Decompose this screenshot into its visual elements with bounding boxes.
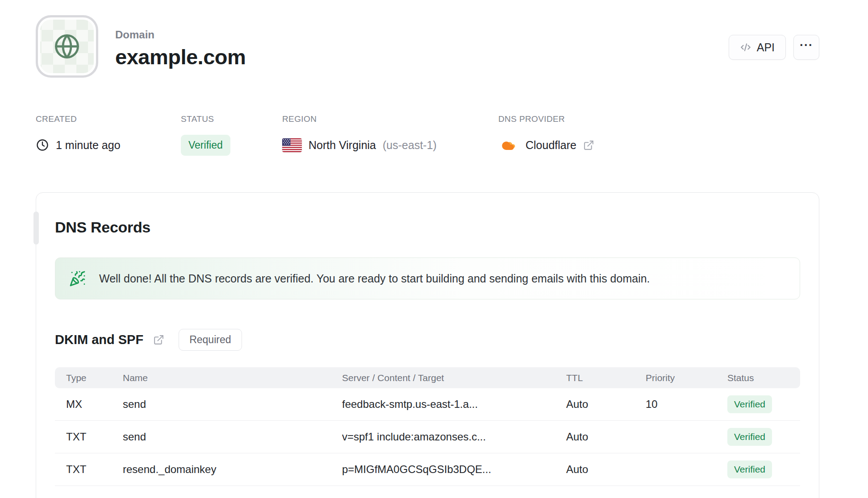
dns-provider-label: DNS PROVIDER bbox=[498, 114, 594, 124]
dns-table: Type Name Server / Content / Target TTL … bbox=[55, 367, 800, 486]
record-type: TXT bbox=[66, 463, 123, 476]
page-eyebrow: Domain bbox=[115, 29, 246, 41]
record-ttl: Auto bbox=[566, 431, 646, 443]
col-type: Type bbox=[66, 373, 123, 383]
record-content[interactable]: p=MIGfMA0GCSqGSIb3DQE... bbox=[342, 463, 566, 476]
dns-records-card: DNS Records Well done! All the DNS recor… bbox=[36, 192, 819, 498]
required-badge: Required bbox=[179, 329, 242, 351]
external-link-icon[interactable] bbox=[153, 334, 164, 345]
record-type: TXT bbox=[66, 431, 123, 443]
cloudflare-icon bbox=[498, 138, 519, 152]
record-name: resend._domainkey bbox=[123, 463, 342, 476]
ellipsis-icon: ··· bbox=[800, 38, 813, 52]
title-block: Domain example.com bbox=[115, 15, 246, 69]
domain-avatar bbox=[36, 15, 98, 78]
verified-banner: Well done! All the DNS records are verif… bbox=[55, 257, 800, 299]
col-ttl: TTL bbox=[566, 373, 646, 383]
dkim-spf-header: DKIM and SPF Required bbox=[55, 329, 800, 351]
record-status-badge: Verified bbox=[727, 395, 772, 413]
status-badge: Verified bbox=[181, 135, 230, 156]
globe-icon bbox=[53, 32, 81, 61]
record-content[interactable]: v=spf1 include:amazonses.c... bbox=[342, 431, 566, 443]
created-value: 1 minute ago bbox=[56, 139, 121, 152]
header-actions: API ··· bbox=[729, 35, 819, 60]
region-code: (us-east-1) bbox=[383, 139, 437, 152]
record-name: send bbox=[123, 431, 342, 443]
record-ttl: Auto bbox=[566, 398, 646, 411]
api-button[interactable]: API bbox=[729, 35, 786, 60]
record-name: send bbox=[123, 398, 342, 411]
record-priority: 10 bbox=[646, 398, 727, 411]
col-status: Status bbox=[727, 373, 800, 383]
record-status-badge: Verified bbox=[727, 461, 772, 478]
party-popper-icon bbox=[69, 270, 86, 287]
dns-table-header: Type Name Server / Content / Target TTL … bbox=[55, 367, 800, 388]
page-title: example.com bbox=[115, 45, 246, 69]
card-edge-indicator bbox=[33, 212, 39, 245]
table-row: MX send feedback-smtp.us-east-1.a... Aut… bbox=[55, 388, 800, 421]
region-name: North Virginia bbox=[309, 139, 376, 152]
table-row: TXT send v=spf1 include:amazonses.c... A… bbox=[55, 421, 800, 453]
meta-created: CREATED 1 minute ago bbox=[36, 114, 181, 156]
status-label: STATUS bbox=[181, 114, 282, 124]
dkim-spf-title: DKIM and SPF bbox=[55, 332, 143, 347]
record-content[interactable]: feedback-smtp.us-east-1.a... bbox=[342, 398, 566, 411]
dns-provider-name: Cloudflare bbox=[526, 139, 576, 152]
domain-meta: CREATED 1 minute ago STATUS Verified REG… bbox=[36, 114, 819, 156]
col-priority: Priority bbox=[646, 373, 727, 383]
verified-banner-text: Well done! All the DNS records are verif… bbox=[99, 272, 650, 285]
clock-icon bbox=[36, 138, 49, 152]
created-label: CREATED bbox=[36, 114, 181, 124]
col-content: Server / Content / Target bbox=[342, 373, 566, 383]
record-type: MX bbox=[66, 398, 123, 411]
domain-identity: Domain example.com bbox=[36, 15, 246, 78]
more-menu-button[interactable]: ··· bbox=[793, 35, 819, 60]
domain-detail-page: Domain example.com API ··· bbox=[0, 0, 868, 498]
page-header: Domain example.com API ··· bbox=[36, 15, 819, 78]
col-name: Name bbox=[123, 373, 342, 383]
api-button-label: API bbox=[757, 41, 775, 54]
table-row: TXT resend._domainkey p=MIGfMA0GCSqGSIb3… bbox=[55, 453, 800, 486]
us-flag-icon bbox=[282, 138, 302, 152]
external-link-icon[interactable] bbox=[583, 140, 594, 151]
dns-records-title: DNS Records bbox=[55, 193, 800, 236]
meta-status: STATUS Verified bbox=[181, 114, 282, 156]
record-ttl: Auto bbox=[566, 463, 646, 476]
meta-region: REGION bbox=[282, 114, 498, 156]
meta-dns-provider: DNS PROVIDER Cloudflare bbox=[498, 114, 594, 156]
record-status-badge: Verified bbox=[727, 428, 772, 446]
code-icon bbox=[740, 42, 751, 53]
region-label: REGION bbox=[282, 114, 498, 124]
